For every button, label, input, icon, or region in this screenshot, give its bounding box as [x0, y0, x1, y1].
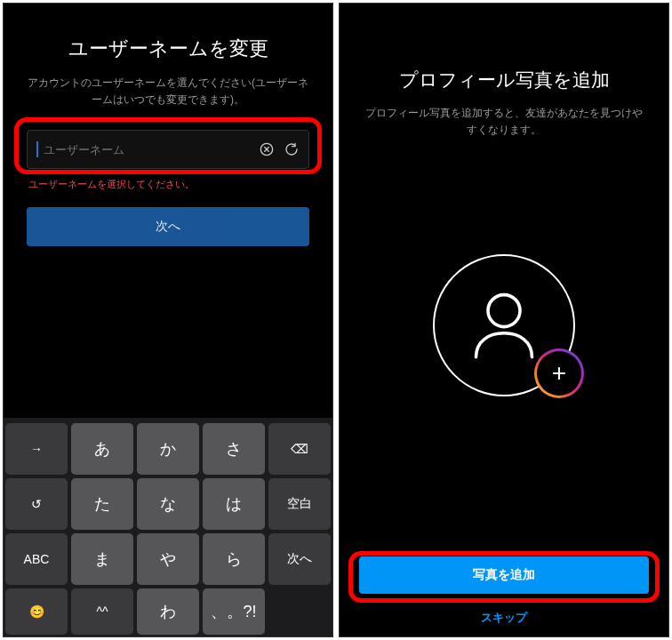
loading-icon	[284, 141, 300, 157]
username-error: ユーザーネームを選択してください。	[28, 178, 308, 191]
username-input[interactable]	[36, 143, 250, 156]
key-⌫[interactable]: ⌫	[268, 423, 331, 475]
skip-link[interactable]: スキップ	[340, 610, 668, 626]
plus-icon: +	[552, 359, 566, 388]
key-空白[interactable]: 空白	[268, 478, 331, 530]
screen-add-photo: プロフィール写真を追加 プロフィール写真を追加すると、友達があなたを見つけやすく…	[339, 3, 669, 637]
key-は[interactable]: は	[203, 478, 265, 530]
key-な[interactable]: な	[137, 478, 199, 530]
page-subtitle: アカウントのユーザーネームを選んでください(ユーザーネームはいつでも変更できます…	[25, 75, 311, 108]
key-あ[interactable]: あ	[71, 423, 133, 475]
key-わ[interactable]: わ	[137, 588, 199, 635]
clear-icon[interactable]	[259, 141, 275, 157]
key-た[interactable]: た	[71, 478, 133, 530]
page-title: ユーザーネームを変更	[4, 36, 332, 62]
avatar-placeholder: +	[340, 254, 668, 396]
screen-change-username: ユーザーネームを変更 アカウントのユーザーネームを選んでください(ユーザーネーム…	[3, 3, 333, 637]
page-subtitle: プロフィール写真を追加すると、友達があなたを見つけやすくなります。	[364, 105, 644, 139]
next-button[interactable]: 次へ	[27, 207, 309, 246]
key-ABC[interactable]: ABC	[5, 533, 68, 585]
key-😊[interactable]: 😊	[5, 588, 68, 635]
keyboard: →あかさ⌫↺たなは空白ABCまやら次へ😊^^わ、。?!	[4, 418, 332, 636]
key-ま[interactable]: ま	[71, 533, 133, 585]
page-title: プロフィール写真を追加	[340, 68, 668, 92]
key-や[interactable]: や	[137, 533, 199, 585]
avatar-circle[interactable]: +	[433, 254, 575, 396]
person-icon	[464, 284, 544, 367]
key-さ[interactable]: さ	[203, 423, 265, 475]
svg-point-1	[488, 295, 520, 327]
key-ら[interactable]: ら	[203, 533, 265, 585]
add-photo-button[interactable]: 写真を追加	[359, 556, 649, 594]
key-→[interactable]: →	[5, 423, 68, 475]
username-input-wrap	[27, 130, 309, 169]
add-badge[interactable]: +	[534, 348, 584, 398]
key-次へ[interactable]: 次へ	[268, 533, 331, 585]
key-、。?![interactable]: 、。?!	[203, 588, 265, 635]
key-↺[interactable]: ↺	[5, 478, 68, 530]
key-か[interactable]: か	[137, 423, 199, 475]
key-^^[interactable]: ^^	[71, 588, 133, 635]
